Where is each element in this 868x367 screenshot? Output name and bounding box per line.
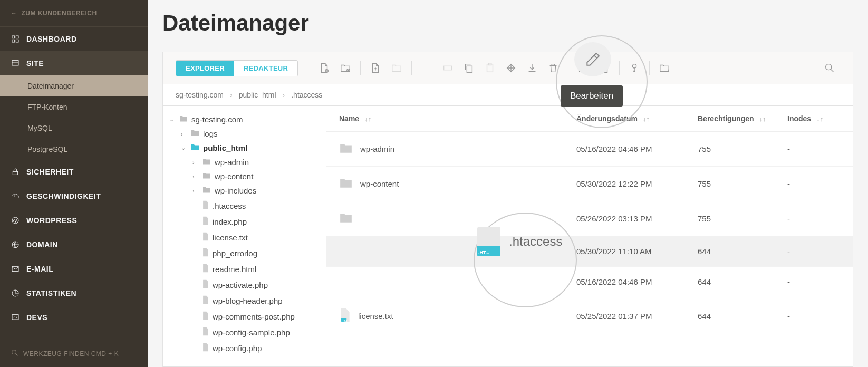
sidebar-sub-item[interactable]: FTP-Konten bbox=[0, 96, 148, 118]
nav-security[interactable]: SICHERHEIT bbox=[0, 160, 148, 184]
list-row[interactable]: 05/30/2022 11:10 AM644- bbox=[326, 236, 853, 267]
tree-row[interactable]: ›wp-includes bbox=[163, 183, 326, 198]
col-name-header[interactable]: Name bbox=[339, 114, 359, 123]
folder-icon bbox=[190, 143, 200, 152]
list-row[interactable]: wp-content05/30/2022 12:22 PM755- bbox=[326, 167, 853, 201]
move-button[interactable] bbox=[500, 59, 522, 78]
nav-label: WORDPRESS bbox=[26, 216, 77, 225]
search-button[interactable] bbox=[819, 59, 840, 78]
file-date: 05/26/2022 03:13 PM bbox=[576, 214, 698, 223]
nav-stats[interactable]: STATISTIKEN bbox=[0, 281, 148, 305]
svg-rect-9 bbox=[12, 266, 18, 271]
svg-line-24 bbox=[831, 70, 834, 72]
new-folder-button[interactable] bbox=[335, 59, 356, 78]
paste-button[interactable] bbox=[479, 59, 500, 78]
upload-file-button[interactable] bbox=[365, 59, 386, 78]
tree-row[interactable]: wp-blog-header.php bbox=[163, 293, 326, 308]
file-perm: 644 bbox=[698, 277, 787, 286]
sort-icon[interactable]: ↓↑ bbox=[759, 115, 766, 123]
file-perm: 644 bbox=[698, 312, 787, 321]
col-date-header[interactable]: Änderungsdatum bbox=[576, 114, 638, 123]
tree-row[interactable]: ⌄public_html bbox=[163, 141, 326, 155]
tree-row[interactable]: ›wp-admin bbox=[163, 155, 326, 169]
breadcrumb-item[interactable]: sg-testing.com bbox=[176, 91, 224, 99]
folder-tree[interactable]: ⌄sg-testing.com›logs⌄public_html›wp-admi… bbox=[163, 106, 326, 366]
file-inodes: - bbox=[787, 277, 840, 286]
file-icon bbox=[202, 343, 209, 353]
back-to-customer-area[interactable]: ← ZUM KUNDENBEREICH bbox=[0, 0, 148, 27]
rename-button[interactable] bbox=[437, 59, 458, 78]
file-name: wp-admin bbox=[360, 144, 394, 153]
sort-icon[interactable]: ↓↑ bbox=[643, 115, 650, 123]
divider bbox=[360, 61, 361, 75]
tree-row[interactable]: wp-activate.php bbox=[163, 277, 326, 293]
svg-rect-0 bbox=[12, 36, 15, 38]
new-file-button[interactable] bbox=[314, 59, 335, 78]
tool-search[interactable]: WERKZEUG FINDEN CMD + K bbox=[0, 340, 148, 367]
delete-button[interactable] bbox=[543, 59, 564, 78]
nav-label: SITE bbox=[26, 59, 44, 67]
sort-icon[interactable]: ↓↑ bbox=[816, 115, 823, 123]
chevron-icon: › bbox=[192, 173, 199, 180]
chevron-icon: › bbox=[192, 188, 199, 194]
col-perm-header[interactable]: Berechtigungen bbox=[698, 114, 754, 123]
folder-settings-button[interactable] bbox=[654, 59, 675, 78]
tree-row[interactable]: ›wp-content bbox=[163, 169, 326, 183]
tree-row[interactable]: index.php bbox=[163, 214, 326, 229]
nav-domain[interactable]: DOMAIN bbox=[0, 233, 148, 257]
sidebar-sub-item[interactable]: MySQL bbox=[0, 118, 148, 139]
breadcrumb-item[interactable]: .htaccess bbox=[291, 91, 322, 99]
nav-speed[interactable]: GESCHWINDIGKEIT bbox=[0, 184, 148, 208]
file-inodes: - bbox=[787, 312, 840, 321]
file-perm: 755 bbox=[698, 144, 787, 153]
list-row[interactable]: .TXTlicense.txt05/25/2022 01:37 PM644- bbox=[326, 297, 853, 335]
list-row[interactable]: wp-admin05/16/2022 04:46 PM755- bbox=[326, 132, 853, 167]
site-icon bbox=[11, 59, 20, 68]
edit-button[interactable] bbox=[574, 42, 611, 76]
list-row[interactable]: 05/16/2022 04:46 PM644- bbox=[326, 267, 853, 297]
chevron-icon: ⌄ bbox=[169, 116, 176, 123]
col-inodes-header[interactable]: Inodes bbox=[787, 114, 811, 123]
svg-line-13 bbox=[16, 354, 17, 355]
code-icon bbox=[11, 313, 20, 322]
page-title: Dateimanager bbox=[148, 0, 868, 52]
main: Dateimanager EXPLORER REDAKTEUR bbox=[148, 0, 868, 367]
tree-row[interactable]: .htaccess bbox=[163, 198, 326, 214]
sidebar-sub-item[interactable]: PostgreSQL bbox=[0, 139, 148, 160]
nav-dashboard[interactable]: DASHBOARD bbox=[0, 27, 148, 51]
breadcrumb-item[interactable]: public_html bbox=[239, 91, 276, 99]
tree-label: wp-comments-post.php bbox=[213, 312, 295, 321]
tree-row[interactable]: readme.html bbox=[163, 261, 326, 277]
permissions-button[interactable] bbox=[624, 59, 645, 78]
tree-row[interactable]: wp-config.php bbox=[163, 340, 326, 356]
upload-folder-button[interactable] bbox=[386, 59, 407, 78]
nav-devs[interactable]: DEVS bbox=[0, 305, 148, 330]
sidebar-sub-item[interactable]: Dateimanager bbox=[0, 75, 148, 96]
tree-row[interactable]: ⌄sg-testing.com bbox=[163, 112, 326, 127]
sort-icon[interactable]: ↓↑ bbox=[364, 115, 371, 123]
nav-email[interactable]: E-MAIL bbox=[0, 257, 148, 281]
tree-row[interactable]: ›logs bbox=[163, 127, 326, 141]
file-name: license.txt bbox=[358, 312, 393, 321]
nav-site[interactable]: SITE bbox=[0, 51, 148, 75]
tab-editor[interactable]: REDAKTEUR bbox=[234, 61, 297, 76]
file-icon bbox=[202, 216, 209, 227]
folder-icon bbox=[202, 186, 211, 195]
tree-row[interactable]: wp-comments-post.php bbox=[163, 308, 326, 324]
nav-wordpress[interactable]: WORDPRESS bbox=[0, 208, 148, 233]
copy-button[interactable] bbox=[458, 59, 479, 78]
sidebar: ← ZUM KUNDENBEREICH DASHBOARD SITE Datei… bbox=[0, 0, 148, 367]
list-row[interactable]: 05/26/2022 03:13 PM755- bbox=[326, 201, 853, 236]
tree-row[interactable]: php_errorlog bbox=[163, 245, 326, 261]
svg-rect-6 bbox=[13, 171, 17, 175]
tab-explorer[interactable]: EXPLORER bbox=[176, 61, 234, 76]
folder-icon bbox=[339, 177, 353, 190]
view-tabs: EXPLORER REDAKTEUR bbox=[176, 60, 298, 76]
nav-label: DOMAIN bbox=[26, 240, 58, 249]
tree-row[interactable]: wp-config-sample.php bbox=[163, 324, 326, 340]
wordpress-icon bbox=[11, 216, 20, 225]
file-inodes: - bbox=[787, 144, 840, 153]
download-button[interactable] bbox=[522, 59, 543, 78]
tree-row[interactable]: license.txt bbox=[163, 229, 326, 245]
tree-label: sg-testing.com bbox=[191, 115, 243, 124]
